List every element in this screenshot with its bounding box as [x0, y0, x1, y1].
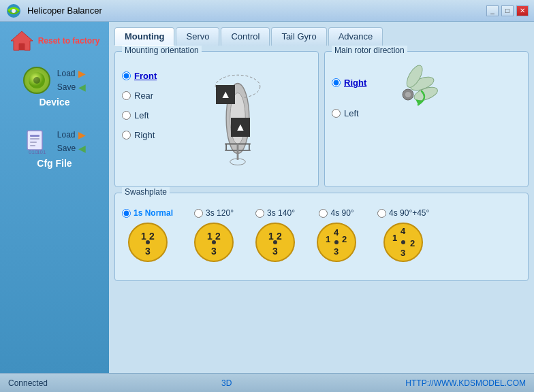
panel: Mounting orientation Front Rear [114, 51, 529, 281]
svg-rect-8 [30, 138, 40, 140]
mounting-front-label: Front [134, 71, 157, 81]
mounting-right[interactable]: Right [122, 130, 157, 140]
svg-point-26 [405, 92, 411, 97]
cfg-load-arrow: ▶ [78, 129, 86, 140]
cfg-save-button[interactable]: Save ◀ [57, 143, 86, 154]
rotor-right-radio[interactable] [332, 78, 341, 87]
svg-point-42 [273, 240, 277, 244]
device-load-button[interactable]: Load ▶ [57, 68, 86, 79]
rotor-fan-svg [377, 64, 439, 125]
rotor-left-label: Left [344, 108, 359, 118]
cfg-load-button[interactable]: Load ▶ [57, 129, 86, 140]
reset-button[interactable]: Reset to factory [10, 29, 100, 53]
swash-3s140-radio[interactable]: 3s 140° [255, 208, 295, 218]
svg-point-48 [334, 240, 339, 244]
app-title: Helicoper Balancer [27, 5, 102, 16]
swash-4s90-45-label: 4s 90°+45° [389, 208, 429, 218]
svg-text:2: 2 [342, 234, 347, 244]
status-connected: Connected [8, 378, 48, 388]
minimize-button[interactable]: _ [486, 5, 499, 16]
swash-4s90: 4s 90° 1 4 2 3 [316, 208, 357, 263]
tab-control[interactable]: Control [221, 27, 270, 46]
device-section: Load ▶ Save ◀ Device [0, 67, 109, 108]
svg-text:2: 2 [277, 231, 282, 242]
swash-1s-normal: 1s Normal 1 2 3 [122, 208, 173, 263]
mounting-rear-radio[interactable] [122, 91, 131, 100]
tab-tailgyro[interactable]: Tail Gyro [271, 27, 326, 46]
swash-4s90-radio[interactable]: 4s 90° [319, 208, 354, 218]
swashplate-section-title: Swashplate [122, 187, 170, 197]
swash-3s140-icon: 1 2 3 [255, 222, 296, 263]
mounting-box: Mounting orientation Front Rear [114, 51, 319, 187]
swash-3s140-label: 3s 140° [267, 208, 295, 218]
svg-rect-10 [30, 145, 35, 146]
svg-text:1: 1 [326, 234, 330, 244]
maximize-button[interactable]: □ [501, 5, 514, 16]
tab-advance[interactable]: Advance [328, 27, 383, 46]
swash-4s90-input[interactable] [319, 209, 328, 218]
svg-text:101: 101 [37, 149, 46, 155]
arrow-up-button[interactable]: ▲ [216, 85, 235, 104]
mounting-rear-label: Rear [134, 91, 153, 101]
swash-4s90-label: 4s 90° [330, 208, 354, 218]
swash-3s120: 3s 120° 1 2 3 [193, 208, 234, 263]
svg-text:3: 3 [145, 246, 151, 257]
content-area: Mounting Servo Control Tail Gyro Advance… [109, 22, 534, 373]
svg-text:1: 1 [268, 231, 274, 242]
mounting-front[interactable]: Front [122, 71, 157, 81]
swash-3s120-label: 3s 120° [206, 208, 234, 218]
mounting-radio-group: Front Rear Left [122, 64, 157, 173]
device-label: Device [39, 97, 69, 108]
swash-4s90-45: 4s 90°+45° 1 4 2 3 [377, 208, 429, 263]
svg-text:4: 4 [334, 227, 339, 238]
rotor-box: Main rotor direction Right Left [324, 51, 529, 187]
swash-4s90-45-input[interactable] [377, 209, 386, 218]
titlebar: Helicoper Balancer _ □ ✕ [0, 0, 534, 22]
swash-3s120-radio[interactable]: 3s 120° [194, 208, 234, 218]
swashplate-inner: 1s Normal 1 2 3 [122, 208, 521, 263]
swash-4s90-icon: 1 4 2 3 [316, 222, 357, 263]
swash-4s90-45-radio[interactable]: 4s 90°+45° [377, 208, 429, 218]
swash-1s-icon: 1 2 3 [127, 222, 168, 263]
svg-text:4: 4 [400, 226, 406, 236]
device-load-save: Load ▶ Save ◀ [57, 68, 86, 93]
rotor-left[interactable]: Left [332, 108, 366, 118]
titlebar-controls: _ □ ✕ [486, 5, 529, 16]
swash-3s140-input[interactable] [255, 209, 264, 218]
svg-point-37 [212, 240, 216, 244]
swash-3s120-input[interactable] [194, 209, 203, 218]
mounting-left-radio[interactable] [122, 111, 131, 120]
mounting-front-radio[interactable] [122, 71, 131, 80]
swash-3s120-icon: 1 2 3 [193, 222, 234, 263]
swash-1s-radio[interactable]: 1s Normal [122, 208, 173, 218]
cfg-section: 010 101 Load ▶ Save ◀ Cfg File [0, 128, 109, 169]
tab-mounting[interactable]: Mounting [114, 27, 174, 46]
tab-servo[interactable]: Servo [176, 27, 219, 46]
arrow-down-button[interactable]: ▲ [231, 118, 250, 137]
swash-1s-label: 1s Normal [134, 208, 173, 218]
rotor-left-radio[interactable] [332, 109, 341, 118]
main-container: Reset to factory [0, 22, 534, 373]
close-button[interactable]: ✕ [516, 5, 529, 16]
mounting-left[interactable]: Left [122, 110, 157, 120]
mounting-right-radio[interactable] [122, 131, 131, 140]
svg-text:1: 1 [141, 231, 146, 242]
statusbar: Connected 3D HTTP://WWW.KDSMODEL.COM [0, 373, 534, 392]
swash-1s-input[interactable] [122, 209, 131, 218]
svg-point-32 [146, 240, 150, 244]
svg-point-5 [33, 77, 40, 84]
tabs-bar: Mounting Servo Control Tail Gyro Advance [114, 27, 529, 46]
device-save-button[interactable]: Save ◀ [57, 82, 86, 93]
cfg-load-label: Load [57, 130, 76, 140]
helicopter-graphic: ▲ ▲ [163, 64, 311, 173]
mounting-rear[interactable]: Rear [122, 91, 157, 101]
rotor-right[interactable]: Right [332, 78, 366, 88]
device-save-arrow: ◀ [78, 82, 86, 93]
svg-rect-6 [27, 131, 42, 150]
rotor-radio-group: Right Left [332, 71, 366, 118]
svg-point-54 [401, 240, 405, 244]
device-load-label: Load [57, 69, 76, 78]
reset-label: Reset to factory [38, 36, 100, 46]
svg-text:2: 2 [410, 238, 415, 248]
top-row: Mounting orientation Front Rear [114, 51, 529, 187]
